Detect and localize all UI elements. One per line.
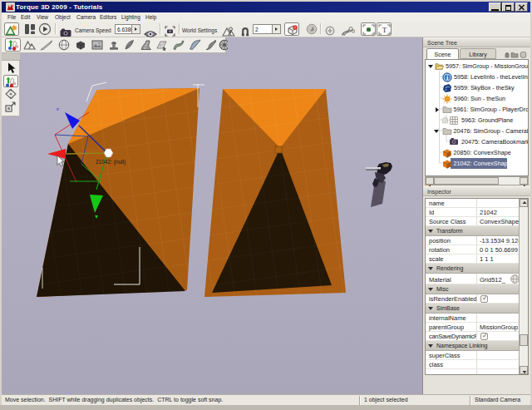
svg-text:21042: (null): 21042: (null) [96, 159, 126, 165]
svg-text:T: T [382, 26, 387, 34]
svg-text:z: z [57, 106, 59, 111]
